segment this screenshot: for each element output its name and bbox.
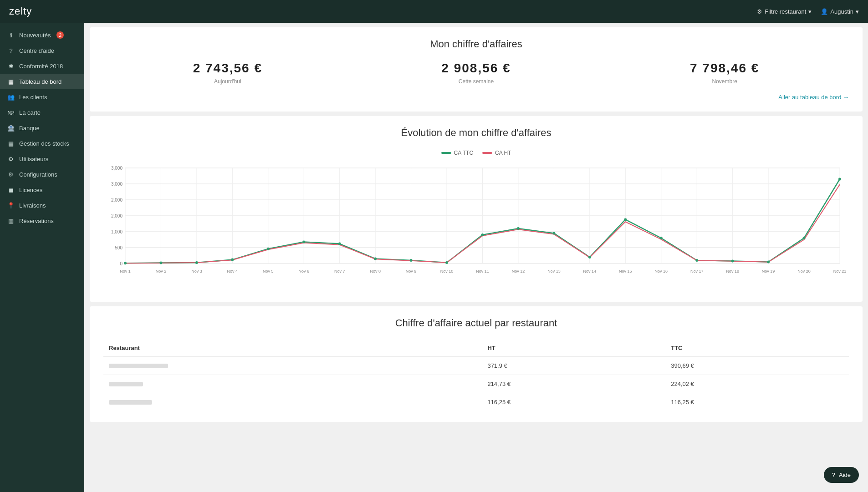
restaurant-name-cell xyxy=(103,356,482,375)
help-icon: ? xyxy=(832,472,835,478)
table-row: 371,9 €390,69 € xyxy=(103,356,849,375)
svg-text:Nov 21: Nov 21 xyxy=(833,269,847,274)
svg-point-51 xyxy=(695,259,698,262)
svg-text:Nov 17: Nov 17 xyxy=(690,269,704,274)
sidebar-item-conformite[interactable]: ✱ Conformité 2018 xyxy=(0,58,84,74)
sidebar-label-licences: Licences xyxy=(19,187,42,193)
dashboard-link[interactable]: Aller au tableau de bord → xyxy=(103,94,849,101)
svg-point-49 xyxy=(624,218,627,221)
sidebar-item-utilisateurs[interactable]: ⚙ Utilisateurs xyxy=(0,151,84,167)
restaurant-table-section: Chiffre d'affaire actuel par restaurant … xyxy=(90,306,863,422)
legend-ttc: CA TTC xyxy=(441,150,473,156)
svg-point-53 xyxy=(767,261,770,264)
nouveautes-badge: 2 xyxy=(56,31,64,39)
help-circle-icon: ? xyxy=(7,47,15,54)
svg-text:Nov 3: Nov 3 xyxy=(191,269,202,274)
sidebar-item-les-clients[interactable]: 👥 Les clients xyxy=(0,89,84,105)
col-restaurant: Restaurant xyxy=(103,340,482,356)
svg-point-40 xyxy=(302,240,305,243)
sidebar-item-configurations[interactable]: ⚙ Configurations xyxy=(0,167,84,182)
svg-text:500: 500 xyxy=(115,245,123,250)
help-button[interactable]: ? Aide xyxy=(824,467,859,483)
revenue-week: 2 908,56 € Cette semaine xyxy=(441,61,511,85)
revenue-today-label: Aujourd'hui xyxy=(193,78,262,85)
sidebar-label-configurations: Configurations xyxy=(19,171,57,178)
legend-ttc-label: CA TTC xyxy=(454,150,473,156)
stocks-icon: ▤ xyxy=(7,140,15,147)
restaurant-ht-cell: 371,9 € xyxy=(482,356,665,375)
restaurant-ttc-cell: 224,02 € xyxy=(665,375,849,393)
sidebar-item-gestion-stocks[interactable]: ▤ Gestion des stocks xyxy=(0,136,84,151)
sidebar-label-nouveautes: Nouveautés xyxy=(19,32,51,39)
svg-text:Nov 10: Nov 10 xyxy=(440,269,454,274)
legend-ht-label: CA HT xyxy=(495,150,511,156)
sidebar-item-licences[interactable]: ◼ Licences xyxy=(0,182,84,198)
svg-point-52 xyxy=(731,259,734,262)
table-row: 116,25 €116,25 € xyxy=(103,393,849,411)
col-ht: HT xyxy=(482,340,665,356)
revenue-today-amount: 2 743,56 € xyxy=(193,61,262,76)
svg-point-50 xyxy=(660,237,663,239)
sidebar-item-reservations[interactable]: ▦ Réservations xyxy=(0,213,84,228)
legend-ht: CA HT xyxy=(482,150,511,156)
info-icon: ℹ xyxy=(7,31,15,39)
svg-text:0: 0 xyxy=(120,261,123,266)
sidebar: ℹ Nouveautés 2 ? Centre d'aide ✱ Conform… xyxy=(0,23,84,492)
svg-point-46 xyxy=(517,227,520,230)
sidebar-item-centre-aide[interactable]: ? Centre d'aide xyxy=(0,43,84,58)
gear-icon: ⚙ xyxy=(7,171,15,178)
revenue-month: 7 798,46 € Novembre xyxy=(690,61,759,85)
svg-point-42 xyxy=(374,258,377,260)
sidebar-item-banque[interactable]: 🏦 Banque xyxy=(0,120,84,136)
svg-text:3,000: 3,000 xyxy=(111,166,123,171)
filter-icon: ⚙ xyxy=(757,8,762,15)
svg-text:2,000: 2,000 xyxy=(111,213,123,218)
users-icon: ⚙ xyxy=(7,155,15,162)
sidebar-label-les-clients: Les clients xyxy=(19,94,47,101)
reservations-icon: ▦ xyxy=(7,217,15,224)
user-menu-button[interactable]: 👤 Augustin ▾ xyxy=(821,8,859,15)
legend-ht-color xyxy=(482,152,492,154)
svg-text:1,000: 1,000 xyxy=(111,229,123,234)
filter-label: Filtre restaurant xyxy=(765,8,806,15)
restaurant-ht-cell: 116,25 € xyxy=(482,393,665,411)
svg-text:Nov 19: Nov 19 xyxy=(762,269,775,274)
table-row: 214,73 €224,02 € xyxy=(103,375,849,393)
chart-svg: 05001,0002,0002,0003,0003,000Nov 1Nov 2N… xyxy=(103,163,849,282)
col-ttc: TTC xyxy=(665,340,849,356)
svg-point-38 xyxy=(231,259,234,261)
revenue-today: 2 743,56 € Aujourd'hui xyxy=(193,61,262,85)
licence-icon: ◼ xyxy=(7,186,15,193)
sidebar-label-banque: Banque xyxy=(19,125,40,132)
svg-point-35 xyxy=(124,262,127,264)
sidebar-item-nouveautes[interactable]: ℹ Nouveautés 2 xyxy=(0,27,84,43)
sidebar-item-la-carte[interactable]: 🍽 La carte xyxy=(0,105,84,120)
clients-icon: 👥 xyxy=(7,93,15,101)
svg-text:Nov 18: Nov 18 xyxy=(726,269,739,274)
svg-text:Nov 20: Nov 20 xyxy=(797,269,811,274)
dashboard-icon: ▦ xyxy=(7,78,15,85)
restaurant-name-cell xyxy=(103,393,482,411)
asterisk-icon: ✱ xyxy=(7,62,15,70)
sidebar-item-livraisons[interactable]: 📍 Livraisons xyxy=(0,198,84,213)
svg-point-36 xyxy=(159,262,162,264)
svg-text:Nov 9: Nov 9 xyxy=(406,269,417,274)
svg-point-47 xyxy=(552,232,555,235)
help-label: Aide xyxy=(839,472,851,478)
revenue-title: Mon chiffre d'affaires xyxy=(103,38,849,50)
svg-text:Nov 16: Nov 16 xyxy=(654,269,668,274)
svg-point-41 xyxy=(338,243,341,245)
sidebar-label-reservations: Réservations xyxy=(19,218,54,224)
filter-restaurant-button[interactable]: ⚙ Filtre restaurant ▾ xyxy=(757,8,812,15)
restaurant-ttc-cell: 390,69 € xyxy=(665,356,849,375)
delivery-icon: 📍 xyxy=(7,202,15,209)
svg-text:Nov 11: Nov 11 xyxy=(476,269,489,274)
sidebar-item-tableau-bord[interactable]: ▦ Tableau de bord xyxy=(0,74,84,89)
menu-icon: 🍽 xyxy=(7,109,15,116)
logo: zelty xyxy=(9,5,32,17)
sidebar-label-utilisateurs: Utilisateurs xyxy=(19,156,48,162)
svg-point-45 xyxy=(481,233,484,236)
sidebar-label-centre-aide: Centre d'aide xyxy=(19,47,54,54)
svg-point-37 xyxy=(195,261,198,264)
revenue-month-amount: 7 798,46 € xyxy=(690,61,759,76)
